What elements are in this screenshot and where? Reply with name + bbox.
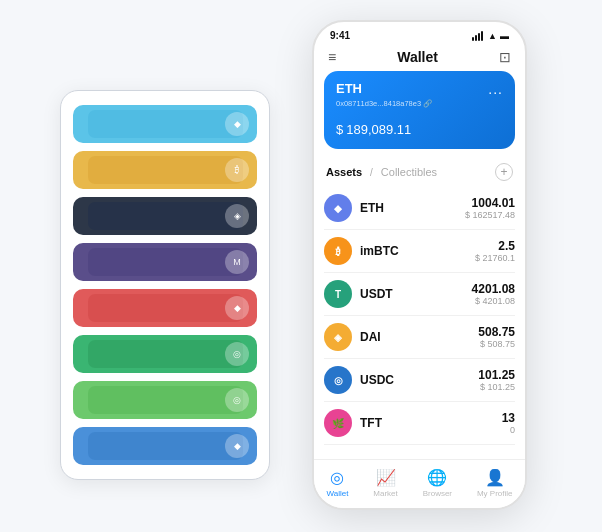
- signal-bars-icon: [472, 31, 483, 41]
- market-nav-icon: 📈: [376, 468, 396, 487]
- asset-icon-eth: ◆: [324, 194, 352, 222]
- eth-amount-value: 189,089.11: [346, 122, 411, 137]
- asset-icon-tft: 🌿: [324, 409, 352, 437]
- profile-nav-label: My Profile: [477, 489, 513, 498]
- asset-right-4: 101.25 $ 101.25: [478, 368, 515, 392]
- asset-left-4: ◎ USDC: [324, 366, 394, 394]
- asset-usd-imbtc: $ 21760.1: [475, 253, 515, 263]
- stack-card-icon-4: ◆: [225, 296, 249, 320]
- asset-left-1: ₿ imBTC: [324, 237, 399, 265]
- nav-browser[interactable]: 🌐 Browser: [423, 468, 452, 498]
- stack-card-5[interactable]: ◎: [73, 335, 257, 373]
- asset-amount-eth: 1004.01: [465, 196, 515, 210]
- assets-tabs: Assets / Collectibles: [326, 166, 437, 178]
- asset-name-usdc: USDC: [360, 373, 394, 387]
- stack-card-icon-0: ◆: [225, 112, 249, 136]
- asset-usd-usdt: $ 4201.08: [472, 296, 515, 306]
- asset-usd-tft: 0: [502, 425, 515, 435]
- phone-mockup: 9:41 ▲ ▬ ≡ Wallet ⊡ ETH ... 0x08711d3e..…: [312, 20, 527, 510]
- asset-amount-usdt: 4201.08: [472, 282, 515, 296]
- hamburger-icon[interactable]: ≡: [328, 49, 336, 65]
- asset-name-usdt: USDT: [360, 287, 393, 301]
- asset-right-0: 1004.01 $ 162517.48: [465, 196, 515, 220]
- stack-card-4[interactable]: ◆: [73, 289, 257, 327]
- asset-right-5: 13 0: [502, 411, 515, 435]
- asset-row-tft[interactable]: 🌿 TFT 13 0: [324, 402, 515, 445]
- stack-card-6[interactable]: ◎: [73, 381, 257, 419]
- wifi-icon: ▲: [488, 31, 497, 41]
- nav-profile[interactable]: 👤 My Profile: [477, 468, 513, 498]
- asset-left-2: T USDT: [324, 280, 393, 308]
- nav-bar: ≡ Wallet ⊡: [314, 45, 525, 71]
- asset-left-5: 🌿 TFT: [324, 409, 382, 437]
- stack-card-3[interactable]: M: [73, 243, 257, 281]
- asset-left-3: ◈ DAI: [324, 323, 381, 351]
- asset-icon-usdc: ◎: [324, 366, 352, 394]
- status-bar: 9:41 ▲ ▬: [314, 22, 525, 45]
- battery-icon: ▬: [500, 31, 509, 41]
- asset-name-dai: DAI: [360, 330, 381, 344]
- eth-ticker: ETH: [336, 81, 362, 96]
- tab-assets[interactable]: Assets: [326, 166, 362, 178]
- eth-balance: $189,089.11: [336, 116, 503, 139]
- page-title: Wallet: [397, 49, 438, 65]
- browser-nav-label: Browser: [423, 489, 452, 498]
- browser-nav-icon: 🌐: [427, 468, 447, 487]
- asset-icon-dai: ◈: [324, 323, 352, 351]
- tab-collectibles[interactable]: Collectibles: [381, 166, 437, 178]
- stack-card-7[interactable]: ◆: [73, 427, 257, 465]
- assets-header: Assets / Collectibles +: [314, 157, 525, 187]
- asset-amount-usdc: 101.25: [478, 368, 515, 382]
- asset-usd-eth: $ 162517.48: [465, 210, 515, 220]
- asset-row-eth[interactable]: ◆ ETH 1004.01 $ 162517.48: [324, 187, 515, 230]
- profile-nav-icon: 👤: [485, 468, 505, 487]
- eth-more-button[interactable]: ...: [488, 81, 503, 97]
- asset-left-0: ◆ ETH: [324, 194, 384, 222]
- asset-usd-usdc: $ 101.25: [478, 382, 515, 392]
- wallet-nav-icon: ◎: [330, 468, 344, 487]
- eth-card[interactable]: ETH ... 0x08711d3e...8418a78e3 🔗 $189,08…: [324, 71, 515, 149]
- status-time: 9:41: [330, 30, 350, 41]
- asset-row-usdt[interactable]: T USDT 4201.08 $ 4201.08: [324, 273, 515, 316]
- tab-separator: /: [370, 167, 373, 178]
- stack-card-icon-5: ◎: [225, 342, 249, 366]
- status-icons: ▲ ▬: [472, 31, 509, 41]
- stack-card-icon-1: ₿: [225, 158, 249, 182]
- nav-market[interactable]: 📈 Market: [373, 468, 397, 498]
- expand-icon[interactable]: ⊡: [499, 49, 511, 65]
- asset-amount-imbtc: 2.5: [475, 239, 515, 253]
- nav-wallet[interactable]: ◎ Wallet: [326, 468, 348, 498]
- stack-card-icon-6: ◎: [225, 388, 249, 412]
- stack-card-1[interactable]: ₿: [73, 151, 257, 189]
- asset-icon-imbtc: ₿: [324, 237, 352, 265]
- stack-card-2[interactable]: ◈: [73, 197, 257, 235]
- asset-name-imbtc: imBTC: [360, 244, 399, 258]
- eth-address: 0x08711d3e...8418a78e3 🔗: [336, 99, 503, 108]
- add-asset-button[interactable]: +: [495, 163, 513, 181]
- asset-list: ◆ ETH 1004.01 $ 162517.48 ₿ imBTC 2.5 $ …: [314, 187, 525, 459]
- asset-usd-dai: $ 508.75: [478, 339, 515, 349]
- stack-card-icon-7: ◆: [225, 434, 249, 458]
- asset-amount-tft: 13: [502, 411, 515, 425]
- asset-row-imbtc[interactable]: ₿ imBTC 2.5 $ 21760.1: [324, 230, 515, 273]
- asset-right-3: 508.75 $ 508.75: [478, 325, 515, 349]
- asset-right-1: 2.5 $ 21760.1: [475, 239, 515, 263]
- market-nav-label: Market: [373, 489, 397, 498]
- asset-row-dai[interactable]: ◈ DAI 508.75 $ 508.75: [324, 316, 515, 359]
- asset-name-eth: ETH: [360, 201, 384, 215]
- asset-icon-usdt: T: [324, 280, 352, 308]
- asset-name-tft: TFT: [360, 416, 382, 430]
- bottom-nav: ◎ Wallet 📈 Market 🌐 Browser 👤 My Profile: [314, 459, 525, 508]
- asset-right-2: 4201.08 $ 4201.08: [472, 282, 515, 306]
- asset-row-usdc[interactable]: ◎ USDC 101.25 $ 101.25: [324, 359, 515, 402]
- card-stack: ◆ ₿ ◈ M ◆ ◎ ◎ ◆: [60, 90, 270, 480]
- stack-card-icon-3: M: [225, 250, 249, 274]
- wallet-nav-label: Wallet: [326, 489, 348, 498]
- asset-amount-dai: 508.75: [478, 325, 515, 339]
- currency-symbol: $: [336, 122, 343, 137]
- stack-card-0[interactable]: ◆: [73, 105, 257, 143]
- stack-card-icon-2: ◈: [225, 204, 249, 228]
